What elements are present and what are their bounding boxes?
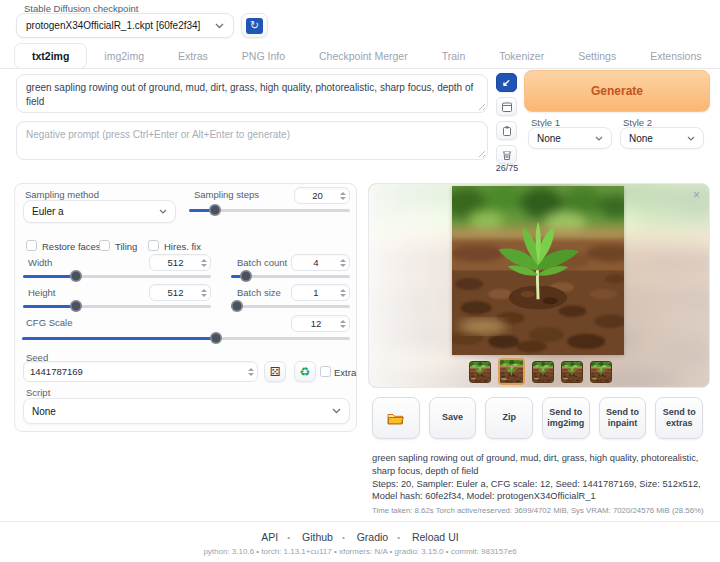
- stepper-arrows[interactable]: [201, 259, 210, 267]
- tab-png-info[interactable]: PNG Info: [225, 43, 302, 68]
- batch-size-slider[interactable]: [231, 305, 350, 308]
- refresh-icon: ↻: [246, 18, 263, 34]
- cfg-scale-input[interactable]: 12: [291, 315, 350, 332]
- dice-icon: ⚄: [270, 365, 280, 379]
- trash-icon: [501, 149, 513, 161]
- generation-info-time: Time taken: 8.62s Torch active/reserved:…: [372, 506, 708, 515]
- open-folder-button[interactable]: [372, 397, 420, 439]
- checkpoint-dropdown[interactable]: protogenX34OfficialR_1.ckpt [60fe2f34]: [16, 13, 234, 38]
- prompt-input[interactable]: green sapling rowing out of ground, mud,…: [17, 75, 487, 112]
- tab-txt2img[interactable]: txt2img: [14, 43, 87, 69]
- chevron-down-icon: [687, 136, 695, 141]
- tab-settings[interactable]: Settings: [561, 43, 633, 68]
- app-window: Stable Diffusion checkpoint protogenX34O…: [0, 0, 720, 562]
- stepper-arrows[interactable]: [248, 368, 257, 376]
- negative-prompt-input[interactable]: [17, 122, 487, 159]
- stepper-arrows[interactable]: [340, 289, 349, 297]
- zip-button[interactable]: Zip: [485, 397, 533, 439]
- gallery-actions: Save Zip Send to img2img Send to inpaint…: [372, 397, 703, 439]
- slider-handle[interactable]: [70, 300, 82, 312]
- stepper-arrows[interactable]: [340, 259, 349, 267]
- extra-seed-checkbox[interactable]: [320, 366, 331, 377]
- paste-arrow-icon: ↙: [502, 77, 510, 88]
- hires-fix-checkbox[interactable]: [148, 240, 159, 251]
- generation-info-params: Steps: 20, Sampler: Euler a, CFG scale: …: [372, 478, 708, 504]
- generate-button[interactable]: Generate: [524, 70, 710, 112]
- save-style-button[interactable]: [496, 97, 517, 116]
- tab-extensions[interactable]: Extensions: [633, 43, 718, 68]
- save-button[interactable]: Save: [429, 397, 477, 439]
- tab-extras[interactable]: Extras: [161, 43, 225, 68]
- tab-train[interactable]: Train: [425, 43, 483, 68]
- generation-info: green sapling rowing out of ground, mud,…: [372, 452, 708, 515]
- thumbnail-5[interactable]: [590, 361, 612, 383]
- sampling-method-dropdown[interactable]: Euler a: [23, 200, 176, 223]
- seed-input[interactable]: 1441787169: [23, 361, 258, 382]
- batch-count-slider[interactable]: [231, 275, 350, 278]
- thumbnail-row: [369, 358, 710, 385]
- cfg-scale-label: CFG Scale: [26, 317, 72, 328]
- height-slider[interactable]: [23, 305, 211, 308]
- send-to-extras-button[interactable]: Send to extras: [655, 397, 703, 439]
- tab-tokenizer[interactable]: Tokenizer: [482, 43, 561, 68]
- tiling-label: Tiling: [115, 241, 137, 252]
- tab-checkpoint-merger[interactable]: Checkpoint Merger: [302, 43, 425, 68]
- hires-fix-label: Hires. fix: [164, 241, 201, 252]
- sampling-steps-label: Sampling steps: [194, 189, 259, 200]
- width-input[interactable]: 512: [149, 254, 211, 271]
- generated-image[interactable]: [452, 186, 624, 355]
- restore-faces-checkbox[interactable]: [26, 240, 37, 251]
- sampling-steps-slider[interactable]: [189, 209, 350, 212]
- style2-dropdown[interactable]: None: [620, 127, 704, 149]
- refresh-checkpoint-button[interactable]: ↻: [241, 13, 268, 38]
- stepper-arrows[interactable]: [340, 320, 349, 328]
- extra-seed-label: Extra: [334, 367, 356, 378]
- save-style-icon: [501, 101, 513, 113]
- batch-count-input[interactable]: 4: [291, 254, 350, 271]
- send-to-img2img-button[interactable]: Send to img2img: [542, 397, 590, 439]
- separator-dot: •: [342, 533, 345, 542]
- style1-dropdown[interactable]: None: [528, 127, 612, 149]
- send-to-inpaint-button[interactable]: Send to inpaint: [599, 397, 647, 439]
- batch-size-input[interactable]: 1: [291, 284, 350, 301]
- clipboard-icon: [501, 125, 513, 137]
- tiling-checkbox[interactable]: [99, 240, 110, 251]
- close-icon[interactable]: ×: [693, 189, 700, 201]
- apply-style-button[interactable]: [496, 121, 517, 140]
- footer: API• Github• Gradio• Reload UI python: 3…: [0, 521, 720, 556]
- tab-bar: txt2img img2img Extras PNG Info Checkpoi…: [0, 43, 720, 69]
- thumbnail-3[interactable]: [532, 361, 554, 383]
- thumbnail-1[interactable]: [469, 361, 491, 383]
- width-slider[interactable]: [23, 275, 211, 278]
- cfg-scale-slider[interactable]: [22, 337, 350, 340]
- stepper-arrows[interactable]: [340, 192, 349, 200]
- thumbnail-4[interactable]: [561, 361, 583, 383]
- sampling-steps-input[interactable]: 20: [294, 187, 350, 204]
- negative-prompt-box: [16, 121, 488, 160]
- slider-handle[interactable]: [210, 332, 222, 344]
- batch-count-label: Batch count: [237, 257, 287, 268]
- script-dropdown[interactable]: None: [23, 398, 350, 424]
- footer-link-gradio[interactable]: Gradio: [357, 531, 389, 543]
- footer-link-github[interactable]: Github: [302, 531, 333, 543]
- thumbnail-2-selected[interactable]: [498, 358, 525, 385]
- gallery-panel: ×: [368, 183, 710, 388]
- tab-img2img[interactable]: img2img: [87, 43, 161, 68]
- slider-handle[interactable]: [231, 300, 243, 312]
- token-counter: 26/75: [492, 163, 522, 173]
- footer-link-api[interactable]: API: [261, 531, 278, 543]
- paste-params-button[interactable]: ↙: [496, 73, 517, 92]
- footer-versions: python: 3.10.6 • torch: 1.13.1+cu117 • x…: [0, 547, 720, 556]
- script-label: Script: [26, 387, 50, 398]
- footer-link-reload-ui[interactable]: Reload UI: [412, 531, 459, 543]
- slider-handle[interactable]: [70, 270, 82, 282]
- reuse-seed-button[interactable]: ♻: [294, 361, 316, 382]
- slider-handle[interactable]: [209, 204, 221, 216]
- random-seed-button[interactable]: ⚄: [264, 361, 286, 382]
- height-input[interactable]: 512: [149, 284, 211, 301]
- clear-prompt-button[interactable]: [496, 145, 517, 164]
- chevron-down-icon: [332, 408, 341, 414]
- slider-handle[interactable]: [240, 270, 252, 282]
- stepper-arrows[interactable]: [201, 289, 210, 297]
- separator-dot: •: [397, 533, 400, 542]
